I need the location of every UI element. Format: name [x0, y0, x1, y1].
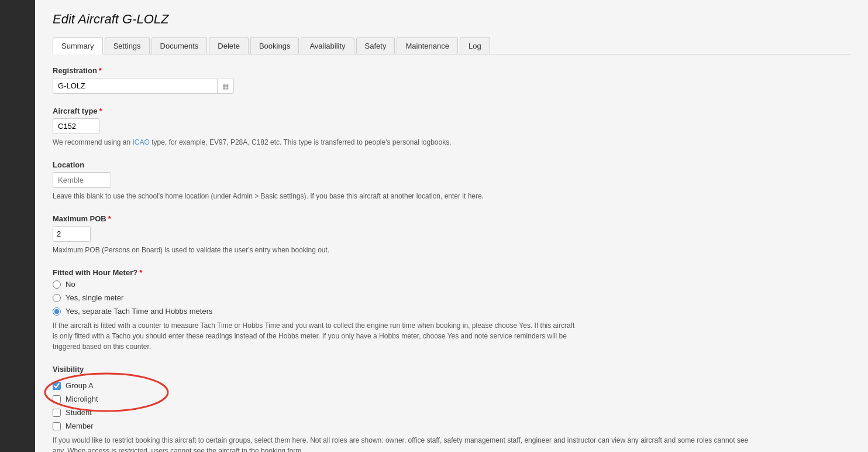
aircraft-type-section: Aircraft type * We recommend using an IC…	[53, 107, 850, 148]
tab-safety[interactable]: Safety	[356, 37, 395, 54]
tab-maintenance[interactable]: Maintenance	[397, 37, 457, 54]
maximum-pob-section: Maximum POB * ▲ ▼ Maximum POB (Persons o…	[53, 214, 850, 255]
visibility-group-a[interactable]: Group A	[53, 381, 98, 390]
hour-meter-help: If the aircraft is fitted with a counter…	[53, 320, 579, 352]
visibility-student-label: Student	[66, 408, 92, 417]
visibility-group-a-checkbox[interactable]	[53, 382, 61, 390]
visibility-member[interactable]: Member	[53, 422, 850, 430]
registration-section: Registration * ▦	[53, 66, 850, 94]
main-content: Edit Aircraft G-LOLZ Summary Settings Do…	[35, 0, 868, 452]
maximum-pob-label: Maximum POB *	[53, 214, 850, 223]
visibility-member-label: Member	[66, 422, 94, 430]
hour-meter-no[interactable]: No	[53, 280, 850, 289]
visibility-student[interactable]: Student	[53, 408, 850, 417]
aircraft-type-help: We recommend using an ICAO type, for exa…	[53, 137, 579, 148]
visibility-student-checkbox[interactable]	[53, 409, 61, 417]
registration-required: *	[99, 66, 102, 75]
hour-meter-required: *	[139, 268, 142, 277]
tab-availability[interactable]: Availability	[301, 37, 354, 54]
hour-meter-yes-single[interactable]: Yes, single meter	[53, 293, 850, 302]
pob-help: Maximum POB (Persons on Board) is used t…	[53, 245, 579, 255]
visibility-microlight[interactable]: Microlight	[53, 395, 98, 403]
hour-meter-label: Fitted with Hour Meter? *	[53, 268, 850, 277]
page-title: Edit Aircraft G-LOLZ	[53, 12, 850, 27]
aircraft-type-input[interactable]	[53, 118, 99, 134]
registration-input-wrapper: ▦	[53, 78, 234, 94]
tab-bookings[interactable]: Bookings	[250, 37, 299, 54]
maximum-pob-required: *	[108, 214, 111, 223]
sidebar	[0, 0, 35, 452]
visibility-microlight-label: Microlight	[66, 395, 98, 403]
tab-delete[interactable]: Delete	[209, 37, 249, 54]
location-label: Location	[53, 160, 850, 169]
location-help: Leave this blank to use the school's hom…	[53, 191, 579, 201]
visibility-help: If you would like to restrict booking th…	[53, 435, 755, 452]
registration-icon[interactable]: ▦	[217, 79, 233, 93]
hour-meter-section: Fitted with Hour Meter? * No Yes, single…	[53, 268, 850, 352]
pob-spinner: ▲ ▼	[53, 226, 91, 242]
visibility-label: Visibility	[53, 365, 850, 374]
tab-log[interactable]: Log	[460, 37, 490, 54]
visibility-options: Group A Microlight	[53, 381, 98, 403]
hour-meter-no-radio[interactable]	[53, 280, 61, 289]
visibility-microlight-checkbox[interactable]	[53, 395, 61, 403]
visibility-group-a-label: Group A	[66, 381, 94, 390]
hour-meter-yes-separate-label: Yes, separate Tach Time and Hobbs meters	[66, 307, 212, 316]
aircraft-type-required: *	[99, 107, 102, 115]
registration-input[interactable]	[53, 78, 217, 93]
hour-meter-yes-single-label: Yes, single meter	[66, 293, 123, 302]
tab-bar: Summary Settings Documents Delete Bookin…	[53, 37, 850, 54]
registration-label: Registration *	[53, 66, 850, 75]
visibility-section: Visibility Group A Microlight	[53, 365, 850, 452]
hour-meter-options: No Yes, single meter Yes, separate Tach …	[53, 280, 850, 316]
location-input[interactable]	[53, 172, 111, 188]
hour-meter-yes-separate[interactable]: Yes, separate Tach Time and Hobbs meters	[53, 307, 850, 316]
hour-meter-yes-single-radio[interactable]	[53, 294, 61, 302]
visibility-extra-options: Student Member	[53, 408, 850, 430]
pob-input[interactable]	[53, 227, 91, 241]
location-section: Location Leave this blank to use the sch…	[53, 160, 850, 201]
aircraft-type-label: Aircraft type *	[53, 107, 850, 115]
tab-settings[interactable]: Settings	[105, 37, 150, 54]
hour-meter-yes-separate-radio[interactable]	[53, 307, 61, 316]
visibility-member-checkbox[interactable]	[53, 422, 61, 430]
hour-meter-no-label: No	[66, 280, 75, 289]
visibility-highlight: Group A Microlight	[53, 378, 98, 403]
tab-documents[interactable]: Documents	[151, 37, 208, 54]
icao-link[interactable]: ICAO	[133, 138, 150, 146]
tab-summary[interactable]: Summary	[53, 37, 103, 54]
